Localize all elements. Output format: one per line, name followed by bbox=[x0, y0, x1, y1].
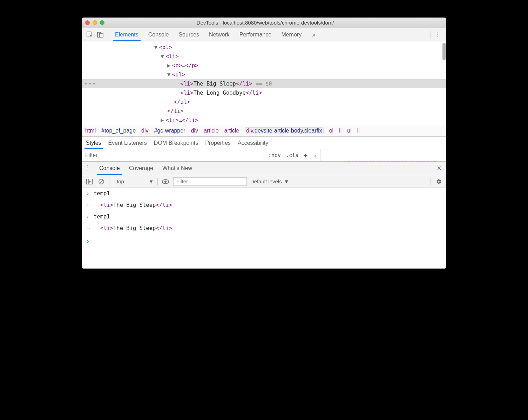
subtab-dom-breakpoints[interactable]: DOM Breakpoints bbox=[154, 137, 198, 149]
live-expression-icon[interactable] bbox=[161, 177, 170, 186]
subtab-accessibility[interactable]: Accessibility bbox=[238, 137, 268, 149]
main-tab-bar: Elements Console Sources Network Perform… bbox=[82, 28, 446, 41]
tab-memory[interactable]: Memory bbox=[276, 28, 306, 41]
console-entry[interactable]: temp1 <li>The Big Sleep</li> bbox=[82, 211, 446, 234]
scrollbar-thumb[interactable] bbox=[442, 43, 446, 60]
hov-toggle[interactable]: :hov bbox=[268, 152, 281, 158]
separator bbox=[108, 31, 108, 39]
dom-node[interactable]: ▼<ul> bbox=[82, 70, 446, 79]
crumb-top-of-page[interactable]: #top_of_page bbox=[101, 128, 136, 134]
devtools-window: DevTools - localhost:8080/web/tools/chro… bbox=[82, 18, 446, 269]
styles-filter-input[interactable] bbox=[85, 152, 260, 158]
crumb-ul[interactable]: ul bbox=[347, 128, 351, 134]
zoom-window-button[interactable] bbox=[100, 20, 104, 25]
tab-sources[interactable]: Sources bbox=[174, 28, 204, 41]
dom-node[interactable]: ▼<li> bbox=[82, 52, 446, 61]
dom-node[interactable]: ▼<ol> bbox=[82, 43, 446, 52]
console-entry[interactable]: temp1 <li>The Big Sleep</li> bbox=[82, 188, 446, 211]
inspect-element-icon[interactable] bbox=[84, 29, 95, 40]
svg-point-8 bbox=[164, 181, 167, 183]
kebab-menu-icon[interactable]: ⋯ bbox=[433, 29, 444, 40]
traffic-lights bbox=[85, 20, 104, 25]
crumb-li[interactable]: li bbox=[357, 128, 360, 134]
crumb-html[interactable]: html bbox=[85, 128, 96, 134]
close-window-button[interactable] bbox=[85, 20, 90, 25]
dom-node[interactable]: ▶<p>…</p> bbox=[82, 61, 446, 70]
drawer-menu-icon[interactable]: ⋯ bbox=[84, 165, 92, 172]
styles-subtabs: Styles Event Listeners DOM Breakpoints P… bbox=[82, 137, 446, 149]
dom-node-selected[interactable]: ••• <li>The Big Sleep</li> == $0 bbox=[82, 79, 446, 88]
close-drawer-icon[interactable]: × bbox=[435, 164, 444, 173]
breadcrumb: html #top_of_page div #gc-wrapper div ar… bbox=[82, 125, 446, 137]
dom-node[interactable]: <li>The Long Goodbye</li> bbox=[82, 88, 446, 97]
dom-node[interactable]: </ul> bbox=[82, 97, 446, 107]
input-marker-icon bbox=[86, 188, 94, 199]
subtab-styles[interactable]: Styles bbox=[86, 137, 101, 149]
execution-context-selector[interactable]: top ▼ bbox=[113, 175, 154, 188]
crumb-ol[interactable]: ol bbox=[329, 128, 333, 134]
cls-toggle[interactable]: .cls bbox=[286, 152, 298, 158]
separator bbox=[431, 31, 431, 39]
window-title: DevTools - localhost:8080/web/tools/chro… bbox=[109, 20, 443, 26]
svg-rect-2 bbox=[100, 33, 103, 37]
crumb-article[interactable]: article bbox=[224, 128, 239, 134]
tab-elements[interactable]: Elements bbox=[110, 28, 143, 41]
console-filter-input[interactable] bbox=[173, 177, 247, 186]
drawer-tab-console[interactable]: Console bbox=[98, 162, 121, 175]
tab-network[interactable]: Network bbox=[204, 28, 235, 41]
minimize-window-button[interactable] bbox=[93, 20, 97, 25]
crumb-div[interactable]: div bbox=[191, 128, 198, 134]
styles-filter[interactable] bbox=[82, 149, 264, 161]
titlebar: DevTools - localhost:8080/web/tools/chro… bbox=[82, 18, 446, 28]
chevron-down-icon: ▼ bbox=[284, 178, 289, 184]
new-style-rule-icon[interactable]: + bbox=[303, 151, 307, 160]
crumb-div[interactable]: div bbox=[141, 128, 148, 134]
svg-line-6 bbox=[100, 180, 103, 183]
clear-console-icon[interactable] bbox=[97, 177, 106, 186]
dom-node[interactable]: ▶<li>…</li> bbox=[82, 116, 446, 125]
console-output: temp1 <li>The Big Sleep</li> temp1 <li>T… bbox=[82, 188, 446, 269]
box-model-fragment bbox=[348, 161, 436, 163]
crumb-article[interactable]: article bbox=[204, 128, 219, 134]
drawer-tab-bar: ⋯ Console Coverage What's New × bbox=[82, 161, 446, 175]
chevron-down-icon: ▼ bbox=[149, 178, 154, 184]
dom-node[interactable]: </li> bbox=[82, 107, 446, 116]
output-marker-icon bbox=[86, 199, 94, 211]
console-prompt[interactable]: › bbox=[82, 234, 446, 248]
input-marker-icon bbox=[86, 211, 94, 223]
console-toolbar: top ▼ Default levels ▼ bbox=[82, 175, 446, 188]
console-settings-icon[interactable] bbox=[434, 177, 443, 186]
crumb-gc-wrapper[interactable]: #gc-wrapper bbox=[154, 128, 185, 134]
dom-tree[interactable]: ▼<ol> ▼<li> ▶<p>…</p> ▼<ul> ••• <li>The … bbox=[82, 41, 446, 125]
corner-resize-icon bbox=[312, 154, 316, 157]
subtab-properties[interactable]: Properties bbox=[205, 137, 231, 149]
drawer-tab-whats-new[interactable]: What's New bbox=[161, 162, 194, 175]
drawer-tab-coverage[interactable]: Coverage bbox=[128, 162, 155, 175]
tab-console[interactable]: Console bbox=[143, 28, 174, 41]
crumb-li[interactable]: li bbox=[339, 128, 341, 134]
styles-toolbar: :hov .cls + bbox=[82, 149, 446, 161]
tab-performance[interactable]: Performance bbox=[235, 28, 277, 41]
crumb-div-devsite[interactable]: div.devsite-article-body.clearfix bbox=[245, 127, 323, 134]
console-sidebar-toggle-icon[interactable] bbox=[85, 177, 94, 186]
output-marker-icon bbox=[86, 223, 94, 234]
subtab-event-listeners[interactable]: Event Listeners bbox=[108, 137, 147, 149]
overflow-tabs-icon[interactable]: » bbox=[309, 29, 319, 40]
log-levels-selector[interactable]: Default levels ▼ bbox=[250, 178, 289, 184]
device-toolbar-icon[interactable] bbox=[95, 29, 106, 40]
